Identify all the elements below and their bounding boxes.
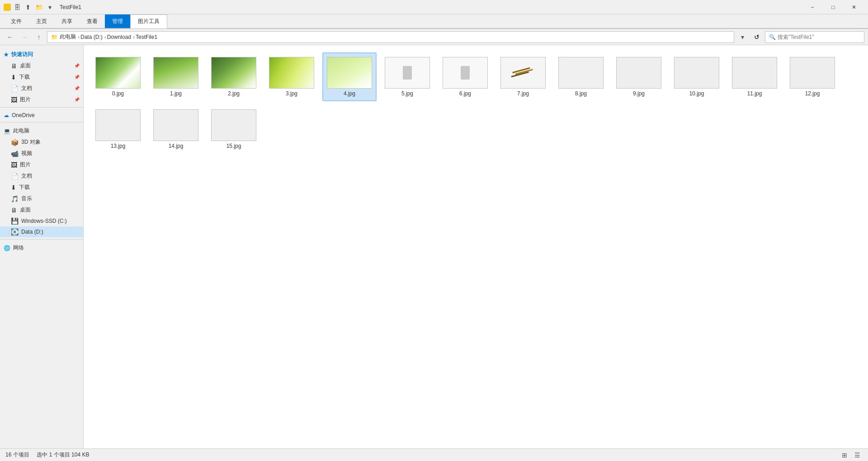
ribbon-tabs: 文件 主页 共享 查看 管理 图片工具 <box>0 14 868 28</box>
file-name-13: 13.jpg <box>111 143 126 149</box>
file-area: 0.jpg 1.jpg 2.jpg 3.jpg 4.jpg 5.jpg <box>84 45 868 448</box>
address-bar: ← → ↑ 📁 此电脑 › Data (D:) › Download › Tes… <box>0 29 868 45</box>
file-item-3[interactable]: 3.jpg <box>264 52 319 101</box>
cloud-icon: ☁ <box>4 112 9 118</box>
3d-icon: 📦 <box>11 139 19 146</box>
file-item-14[interactable]: 14.jpg <box>149 105 203 154</box>
file-item-10[interactable]: 10.jpg <box>670 52 724 101</box>
file-item-9[interactable]: 9.jpg <box>612 52 666 101</box>
title-bar-left: 🗄 ⬆ 📁 ▾ TestFile1 <box>4 3 81 12</box>
qat-dropdown[interactable]: ▾ <box>45 3 54 12</box>
title-bar: 🗄 ⬆ 📁 ▾ TestFile1 − □ ✕ <box>0 0 868 14</box>
pin-icon-2: 📌 <box>74 75 80 80</box>
d-drive-icon: 💽 <box>11 228 19 235</box>
network-icon: 🌐 <box>4 245 10 251</box>
thumbnail-0 <box>95 57 141 89</box>
sidebar-item-d-drive[interactable]: 💽 Data (D:) <box>0 226 83 237</box>
download-icon: ⬇ <box>11 74 16 81</box>
up-button[interactable]: ↑ <box>33 31 45 43</box>
thumbnail-3 <box>269 57 314 89</box>
divider-3 <box>0 239 83 240</box>
refresh-button[interactable]: ↺ <box>750 31 763 43</box>
view-large-icons[interactable]: ⊞ <box>839 450 850 461</box>
sidebar-item-desktop[interactable]: 🖥 桌面 <box>0 204 83 216</box>
qat-save[interactable]: 🗄 <box>13 3 22 12</box>
path-part-data[interactable]: Data (D:) › <box>80 34 107 40</box>
file-name-14: 14.jpg <box>169 143 184 149</box>
sidebar-item-downloads[interactable]: ⬇ 下载 <box>0 182 83 193</box>
pics-icon: 🖼 <box>11 96 17 103</box>
tab-share[interactable]: 共享 <box>54 14 80 28</box>
desktop-icon-2: 🖥 <box>11 207 17 214</box>
desktop-icon: 🖥 <box>11 62 17 70</box>
sidebar-item-docs[interactable]: 📄 文档 <box>0 170 83 182</box>
tab-file[interactable]: 文件 <box>4 14 29 28</box>
sidebar-item-desktop-quick[interactable]: 🖥 桌面 📌 <box>0 60 83 71</box>
thumbnail-9 <box>616 57 661 89</box>
sidebar-item-3d[interactable]: 📦 3D 对象 <box>0 136 83 148</box>
file-item-2[interactable]: 2.jpg <box>207 52 261 101</box>
divider-2 <box>0 122 83 122</box>
sidebar-item-pics[interactable]: 🖼 图片 <box>0 159 83 170</box>
sidebar-item-c-drive[interactable]: 💾 Windows-SSD (C:) <box>0 216 83 226</box>
sidebar-item-music[interactable]: 🎵 音乐 <box>0 193 83 204</box>
window-controls: − □ ✕ <box>802 0 864 14</box>
video-icon: 📹 <box>11 150 19 157</box>
tab-ribbon-section[interactable]: 管理 <box>105 14 130 28</box>
file-name-8: 8.jpg <box>575 90 587 97</box>
dropdown-button[interactable]: ▾ <box>736 31 749 43</box>
maximize-button[interactable]: □ <box>823 0 844 14</box>
sidebar-network[interactable]: 🌐 网络 <box>0 241 83 254</box>
c-drive-icon: 💾 <box>11 217 19 225</box>
sidebar-item-video[interactable]: 📹 视频 <box>0 148 83 159</box>
tab-picture-tools[interactable]: 图片工具 <box>130 14 167 28</box>
minimize-button[interactable]: − <box>802 0 823 14</box>
file-item-13[interactable]: 13.jpg <box>91 105 145 154</box>
file-grid: 0.jpg 1.jpg 2.jpg 3.jpg 4.jpg 5.jpg <box>91 52 861 154</box>
thumbnail-11 <box>732 57 777 89</box>
close-button[interactable]: ✕ <box>844 0 864 14</box>
thumbnail-4 <box>327 57 372 89</box>
file-item-8[interactable]: 8.jpg <box>554 52 608 101</box>
file-item-11[interactable]: 11.jpg <box>727 52 782 101</box>
path-part-download[interactable]: Download › <box>107 34 136 40</box>
thumbnail-15 <box>211 109 256 141</box>
file-item-4[interactable]: 4.jpg <box>322 52 377 101</box>
thumbnail-6 <box>443 57 488 89</box>
sidebar-item-docs-quick[interactable]: 📄 文档 📌 <box>0 83 83 94</box>
file-item-7[interactable]: 7.jpg <box>496 52 550 101</box>
search-input[interactable] <box>778 34 860 40</box>
pin-icon-4: 📌 <box>74 97 80 102</box>
file-name-15: 15.jpg <box>226 143 241 149</box>
thumbnail-7 <box>500 57 546 89</box>
file-item-12[interactable]: 12.jpg <box>785 52 840 101</box>
file-item-0[interactable]: 0.jpg <box>91 52 145 101</box>
sidebar-item-pics-quick[interactable]: 🖼 图片 📌 <box>0 94 83 105</box>
file-item-15[interactable]: 15.jpg <box>207 105 261 154</box>
file-name-12: 12.jpg <box>805 90 820 97</box>
thumbnail-2 <box>211 57 256 89</box>
tab-view[interactable]: 查看 <box>80 14 105 28</box>
forward-button[interactable]: → <box>18 31 31 43</box>
sidebar-this-pc[interactable]: 💻 此电脑 <box>0 124 83 136</box>
tab-home[interactable]: 主页 <box>29 14 54 28</box>
path-part-pc[interactable]: 此电脑 › <box>60 33 80 41</box>
view-details[interactable]: ☰ <box>852 450 863 461</box>
thumbnail-10 <box>674 57 719 89</box>
search-box[interactable]: 🔍 <box>765 31 864 43</box>
qat-up[interactable]: ⬆ <box>24 3 33 12</box>
sidebar-quick-access[interactable]: ★ 快速访问 <box>0 49 83 60</box>
qat-new-folder[interactable]: 📁 <box>34 3 43 12</box>
thumbnail-13 <box>95 109 141 141</box>
pin-icon: 📌 <box>74 63 80 68</box>
selected-items: 选中 1 个项目 104 KB <box>37 452 89 458</box>
file-item-5[interactable]: 5.jpg <box>380 52 434 101</box>
sidebar-item-download-quick[interactable]: ⬇ 下载 📌 <box>0 71 83 83</box>
sidebar-onedrive[interactable]: ☁ OneDrive <box>0 109 83 120</box>
file-name-4: 4.jpg <box>344 90 355 97</box>
file-item-6[interactable]: 6.jpg <box>438 52 492 101</box>
path-part-testfile[interactable]: TestFile1 <box>136 34 157 40</box>
back-button[interactable]: ← <box>4 31 16 43</box>
file-item-1[interactable]: 1.jpg <box>149 52 203 101</box>
address-path[interactable]: 📁 此电脑 › Data (D:) › Download › TestFile1 <box>47 31 734 43</box>
